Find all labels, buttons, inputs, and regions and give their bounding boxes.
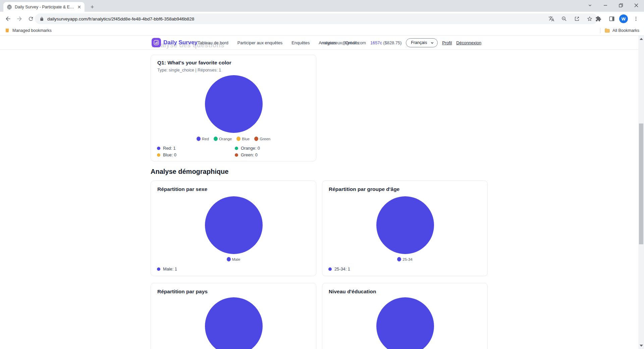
account-email: magiczeux@gmail.com [322, 40, 366, 45]
stat-25-34: 25-34: 1 [328, 266, 350, 271]
app-header: Daily Survey Tableau de bord Participer … [0, 36, 638, 50]
window-restore-icon[interactable] [613, 0, 629, 11]
legend-dot [197, 137, 201, 141]
browser-toolbar: dailysurveyapp.com/fr/analytics/2f45dd8e… [0, 12, 644, 26]
toolbar-right: W [590, 13, 641, 24]
tab-search-chevron-icon[interactable] [582, 0, 598, 11]
stat-text: Orange: 0 [241, 146, 260, 151]
credits-amount: 1657c [370, 40, 382, 45]
language-select[interactable]: Français [406, 38, 438, 47]
card-title: Répartition par sexe [157, 186, 207, 192]
stat-text: Male: 1 [163, 266, 177, 271]
legend-label: Red [202, 137, 209, 141]
stat-dot [157, 267, 160, 271]
card-repartition-sexe: Répartition par sexe Male Male: 1 [151, 181, 316, 276]
pie-chart-pays [205, 297, 263, 349]
scrollbar-thumb[interactable] [639, 123, 643, 244]
profile-avatar[interactable]: W [619, 14, 628, 23]
card-repartition-pays: Répartition par pays [151, 283, 316, 349]
pie-chart-age [376, 196, 434, 254]
legend-label: Blue [242, 137, 250, 141]
tab-strip: Daily Survey - Participate & Earn ✕ + [0, 0, 644, 12]
nav-participate[interactable]: Participer aux enquêtes [237, 40, 282, 45]
stat-dot [235, 147, 238, 150]
page-scrollbar[interactable] [638, 36, 644, 349]
stat-blue: Blue: 0 [157, 152, 176, 157]
stat-text: Red: 1 [163, 146, 176, 151]
pie-chart-sexe [205, 196, 263, 254]
stat-text: Blue: 0 [163, 152, 176, 157]
tab-title: Daily Survey - Participate & Earn [15, 5, 74, 9]
pie-legend: Red Orange Blue Green [151, 137, 316, 141]
card-title: Répartition par pays [157, 289, 208, 295]
managed-bookmarks-item[interactable]: Managed bookmarks [5, 28, 52, 33]
managed-bookmarks-icon [5, 28, 10, 33]
share-icon[interactable] [572, 14, 582, 23]
all-bookmarks-folder-icon [604, 28, 610, 33]
url-text: dailysurveyapp.com/fr/analytics/2f45dd8e… [47, 16, 543, 21]
bookmarks-separator [600, 28, 600, 33]
tab-favicon-globe-icon [7, 4, 12, 10]
url-bar[interactable]: dailysurveyapp.com/fr/analytics/2f45dd8e… [35, 13, 598, 24]
window-close-icon[interactable] [629, 0, 644, 11]
all-bookmarks-label: All Bookmarks [612, 28, 639, 33]
language-value: Français [411, 40, 427, 45]
forward-icon[interactable] [14, 13, 25, 24]
nav-surveys[interactable]: Enquêtes [291, 40, 310, 45]
extensions-puzzle-icon[interactable] [593, 13, 604, 24]
legend-item[interactable]: 25-34 [397, 257, 412, 261]
back-icon[interactable] [3, 13, 13, 24]
stat-red: Red: 1 [157, 146, 176, 151]
legend-dot [214, 137, 218, 141]
zoom-out-icon[interactable] [559, 14, 569, 23]
stat-male: Male: 1 [157, 266, 177, 271]
stat-dot [157, 147, 160, 150]
logout-link[interactable]: Déconnexion [456, 40, 481, 45]
legend-dot [236, 137, 240, 141]
legend-label: Orange [219, 137, 232, 141]
pie-chart-favorite-color [205, 75, 263, 133]
legend-dot [397, 257, 401, 261]
brand[interactable]: Daily Survey [152, 38, 198, 47]
stat-dot [235, 153, 238, 157]
legend-item[interactable]: Red [197, 137, 209, 141]
legend-item[interactable]: Male [227, 257, 240, 261]
account-area: magiczeux@gmail.com 1657c ($828.75) Fran… [322, 36, 481, 50]
translate-icon[interactable] [547, 14, 556, 23]
legend-dot [254, 137, 258, 141]
card-niveau-education: Niveau d'éducation [322, 283, 488, 349]
card-q1-favorite-color: Q1: What's your favorite color Type: sin… [151, 55, 316, 161]
legend-label: Male [232, 257, 240, 261]
pie-chart-education [376, 297, 434, 349]
legend-label: 25-34 [402, 257, 412, 261]
scrollbar-down-arrow-icon[interactable] [640, 345, 643, 347]
menu-dots-icon[interactable] [631, 13, 641, 24]
window-controls [582, 0, 644, 11]
all-bookmarks-item[interactable]: All Bookmarks [600, 28, 639, 33]
legend-label: Green [260, 137, 270, 141]
browser-tab[interactable]: Daily Survey - Participate & Earn ✕ [3, 2, 85, 12]
card-title: Q1: What's your favorite color [157, 60, 231, 66]
stat-text: 25-34: 1 [334, 266, 350, 271]
window-minimize-icon[interactable] [598, 0, 613, 11]
legend-item[interactable]: Blue [236, 137, 250, 141]
credits-usd: ($828.75) [383, 40, 401, 45]
stat-orange: Orange: 0 [235, 146, 260, 151]
legend-item[interactable]: Orange [214, 137, 232, 141]
card-subtitle: Type: single_choice | Réponses: 1 [157, 68, 221, 72]
pie-legend: 25-34 [322, 257, 487, 261]
card-title: Répartition par groupe d'âge [329, 186, 399, 192]
tab-close-icon[interactable]: ✕ [77, 5, 81, 9]
new-tab-button[interactable]: + [88, 3, 97, 11]
card-title: Niveau d'éducation [329, 289, 376, 295]
scrollbar-up-arrow-icon[interactable] [640, 38, 643, 40]
nav-dashboard[interactable]: Tableau de bord [198, 40, 228, 45]
card-repartition-age: Répartition par groupe d'âge 25-34 25-34… [322, 181, 488, 276]
profile-link[interactable]: Profil [442, 40, 452, 45]
stat-green: Green: 0 [235, 152, 258, 157]
legend-item[interactable]: Green [254, 137, 270, 141]
side-panel-icon[interactable] [606, 13, 617, 24]
stat-dot [328, 267, 332, 271]
brand-name: Daily Survey [163, 39, 198, 46]
bookmarks-bar: Managed bookmarks All Bookmarks [0, 26, 644, 36]
